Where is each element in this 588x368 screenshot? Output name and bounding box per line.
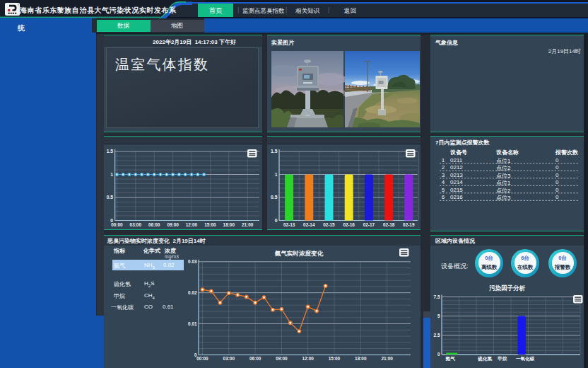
svg-text:21:00: 21:00: [381, 356, 393, 361]
svg-text:1: 1: [110, 172, 113, 177]
svg-text:02-18: 02-18: [383, 222, 395, 227]
svg-text:7.5: 7.5: [434, 294, 440, 299]
svg-text:06:00: 06:00: [148, 222, 160, 227]
svg-text:06:00: 06:00: [249, 356, 261, 361]
svg-text:00:00: 00:00: [111, 222, 123, 227]
svg-text:02-16: 02-16: [343, 222, 355, 227]
svg-text:18:00: 18:00: [223, 222, 235, 227]
svg-text:硫化氢: 硫化氢: [477, 356, 492, 362]
svg-text:0.03: 0.03: [188, 259, 197, 264]
svg-text:00:00: 00:00: [196, 356, 208, 361]
svg-text:5: 5: [437, 314, 440, 318]
svg-text:1.5: 1.5: [271, 149, 278, 154]
svg-text:0.5: 0.5: [107, 195, 114, 200]
svg-text:02-13: 02-13: [283, 222, 295, 227]
svg-text:02-17: 02-17: [363, 222, 375, 227]
svg-text:氨气: 氨气: [445, 356, 456, 362]
svg-text:0.01: 0.01: [188, 321, 197, 326]
svg-text:02-14: 02-14: [303, 222, 315, 227]
svg-text:®: ®: [17, 4, 19, 6]
svg-text:氨气实时浓度变化: 氨气实时浓度变化: [274, 250, 324, 257]
svg-text:21:00: 21:00: [242, 222, 254, 227]
svg-text:15:00: 15:00: [329, 356, 341, 361]
svg-text:甲烷: 甲烷: [498, 356, 507, 362]
svg-text:1.5: 1.5: [107, 149, 114, 154]
svg-text:18:00: 18:00: [355, 356, 367, 361]
svg-text:0: 0: [437, 352, 440, 357]
svg-text:15:00: 15:00: [204, 222, 216, 227]
svg-text:0: 0: [275, 218, 278, 223]
svg-text:2.5: 2.5: [434, 333, 440, 338]
svg-text:09:00: 09:00: [167, 222, 179, 227]
svg-text:一氧化碳: 一氧化碳: [516, 356, 535, 362]
svg-text:0.02: 0.02: [188, 290, 197, 295]
svg-text:0.5: 0.5: [271, 195, 278, 200]
svg-text:09:00: 09:00: [276, 356, 288, 361]
svg-text:02-19: 02-19: [403, 222, 415, 227]
svg-text:12:00: 12:00: [302, 356, 314, 361]
svg-text:1: 1: [275, 172, 278, 177]
svg-text:03:00: 03:00: [130, 222, 142, 227]
svg-text:02-15: 02-15: [323, 222, 335, 227]
svg-text:03:00: 03:00: [223, 356, 235, 361]
svg-text:12:00: 12:00: [186, 222, 198, 227]
